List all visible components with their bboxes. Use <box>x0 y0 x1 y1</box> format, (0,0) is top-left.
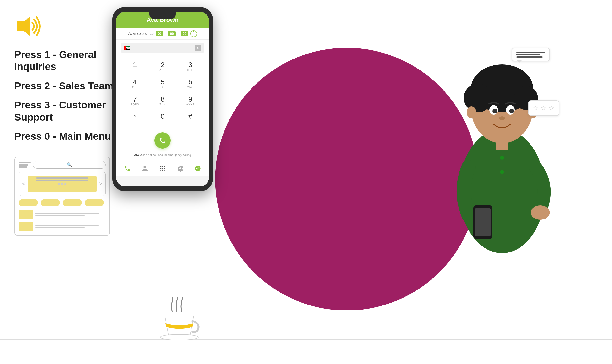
person-illustration <box>402 24 593 287</box>
widget-card: < > <box>19 172 106 196</box>
search-icon: 🔍 <box>67 162 72 168</box>
next-arrow-icon[interactable]: > <box>99 181 102 187</box>
emergency-text: ZIWO can not be used for emergency calli… <box>121 152 204 158</box>
nav-settings-icon[interactable] <box>176 164 185 173</box>
key-2[interactable]: 2 ABC <box>149 58 177 75</box>
chat-line-3 <box>516 56 543 58</box>
phone-frame: Ava Brown Available since 00 : 00 : 00 🇦… <box>112 7 213 191</box>
dot-1 <box>58 183 60 185</box>
key-0-num: 0 <box>161 113 165 120</box>
timer-minutes: 00 <box>168 31 176 36</box>
row-lines-2 <box>35 225 106 228</box>
key-hash[interactable]: # <box>177 109 204 127</box>
key-5-sub: JKL <box>160 86 165 89</box>
tag-2 <box>41 199 60 206</box>
widget-card-content <box>28 176 96 192</box>
row-lines-1 <box>35 213 106 216</box>
nav-status-icon[interactable] <box>193 164 202 173</box>
svg-point-24 <box>531 205 550 220</box>
keypad: 1 2 ABC 3 DEF 4 GHI <box>121 58 204 127</box>
key-5-num: 5 <box>161 78 165 86</box>
timer-seconds: 00 <box>181 31 188 36</box>
colon-2: : <box>178 31 179 36</box>
svg-point-27 <box>467 106 476 118</box>
key-7[interactable]: 7 PQRS <box>121 92 149 109</box>
row-thumb-1 <box>19 210 33 219</box>
svg-point-29 <box>160 334 198 340</box>
nav-keypad-icon[interactable] <box>158 164 167 173</box>
widget-rows <box>19 210 106 231</box>
tag-1 <box>19 199 38 206</box>
key-star[interactable]: * <box>121 109 149 127</box>
key-4-num: 4 <box>133 78 137 86</box>
svg-point-5 <box>162 168 163 169</box>
key-8[interactable]: 8 TUV <box>149 92 177 109</box>
prev-arrow-icon[interactable]: < <box>22 181 25 187</box>
chat-bubble <box>512 48 550 61</box>
row-line-2b <box>35 227 85 228</box>
svg-point-7 <box>160 169 162 171</box>
nav-contacts-icon[interactable] <box>141 164 149 173</box>
svg-point-8 <box>162 169 163 171</box>
key-6[interactable]: 6 MNO <box>177 75 204 92</box>
svg-point-1 <box>160 166 162 168</box>
widget-nav-lines <box>19 162 31 168</box>
key-9[interactable]: 9 WXYZ <box>177 92 204 109</box>
widget-mockup: 🔍 < > <box>14 157 110 235</box>
call-button[interactable] <box>154 132 171 149</box>
widget-line-2 <box>19 164 28 166</box>
key-3-num: 3 <box>188 61 192 68</box>
key-star-num: * <box>133 113 136 120</box>
status-bar: Available since 00 : 00 : 00 <box>116 28 209 40</box>
dial-area: 🇦🇪 ✕ 1 2 ABC 3 DEF <box>116 40 209 160</box>
key-7-num: 7 <box>133 96 137 103</box>
key-0[interactable]: 0 <box>149 109 177 127</box>
widget-line-1 <box>19 162 31 163</box>
dial-input-row: 🇦🇪 ✕ <box>121 43 204 53</box>
bottom-nav <box>116 160 209 176</box>
svg-rect-23 <box>475 208 490 236</box>
phone-mockup: Ava Brown Available since 00 : 00 : 00 🇦… <box>112 7 213 191</box>
svg-point-9 <box>164 169 165 171</box>
tag-3 <box>63 199 82 206</box>
timer-hours: 00 <box>156 31 163 36</box>
card-dots <box>58 183 66 185</box>
chat-line-2 <box>516 54 540 55</box>
row-line-2a <box>35 225 99 226</box>
svg-rect-20 <box>496 136 508 150</box>
chat-lines <box>516 52 545 58</box>
row-line-1a <box>35 213 99 214</box>
call-button-row <box>121 129 204 152</box>
key-8-sub: TUV <box>160 103 166 106</box>
coffee-cup <box>158 297 201 345</box>
widget-search[interactable]: 🔍 <box>33 161 106 169</box>
key-1[interactable]: 1 <box>121 58 149 75</box>
key-6-sub: MNO <box>187 86 194 89</box>
svg-point-4 <box>160 168 162 169</box>
svg-point-6 <box>164 168 165 169</box>
key-4[interactable]: 4 GHI <box>121 75 149 92</box>
phone-call-icon <box>159 137 166 144</box>
key-3[interactable]: 3 DEF <box>177 58 204 75</box>
phone-screen: Ava Brown Available since 00 : 00 : 00 🇦… <box>116 12 209 186</box>
nav-calls-icon[interactable] <box>123 164 132 173</box>
key-7-sub: PQRS <box>131 103 139 106</box>
uae-flag-icon: 🇦🇪 <box>124 45 130 51</box>
svg-point-13 <box>464 84 492 112</box>
key-9-num: 9 <box>188 96 192 103</box>
dot-3 <box>64 183 66 185</box>
clear-button[interactable]: ✕ <box>195 45 201 51</box>
brand-name: ZIWO <box>134 153 142 157</box>
svg-point-19 <box>499 116 505 120</box>
phone-notch <box>150 12 176 19</box>
card-line-1 <box>36 177 88 179</box>
row-thumb-2 <box>19 222 33 231</box>
key-1-num: 1 <box>133 61 137 68</box>
key-5[interactable]: 5 JKL <box>149 75 177 92</box>
status-text: Available since <box>128 32 153 36</box>
power-icon[interactable] <box>190 30 197 37</box>
svg-point-26 <box>500 170 504 174</box>
dot-2 <box>61 183 63 185</box>
colon-1: : <box>165 31 166 36</box>
svg-point-2 <box>162 166 163 168</box>
